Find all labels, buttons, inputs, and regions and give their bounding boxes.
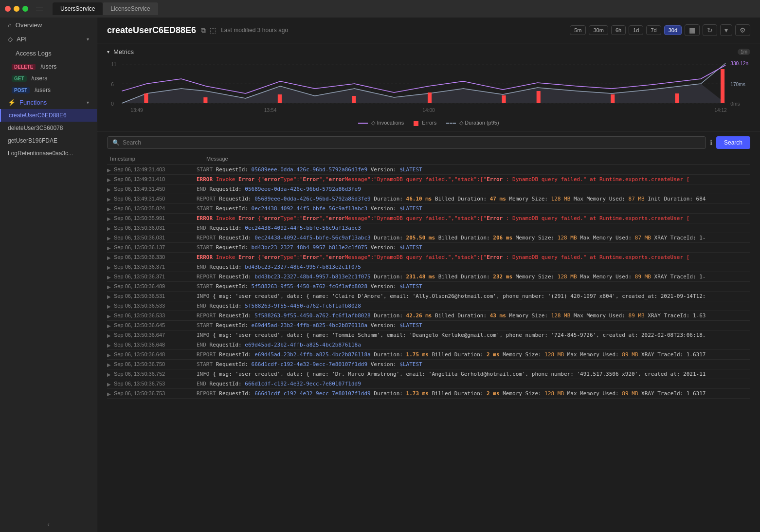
row-expand-icon[interactable]: ▶ [107, 371, 114, 377]
sidebar-fn-deleteUser3C560078[interactable]: deleteUser3C560078 [0, 122, 97, 134]
row-expand-icon[interactable]: ▶ [107, 283, 114, 290]
copy-icon[interactable]: ⧉ [201, 26, 206, 35]
info-icon[interactable]: ℹ [710, 139, 712, 147]
row-expand-icon[interactable]: ▶ [107, 225, 114, 231]
settings-icon[interactable]: ⚙ [735, 24, 750, 36]
time-30d[interactable]: 30d [664, 25, 682, 35]
log-message: START RequestId: bd43bc23-2327-48b4-9957… [197, 244, 750, 251]
calendar-icon[interactable]: ▦ [685, 24, 700, 36]
row-expand-icon[interactable]: ▶ [107, 361, 114, 367]
time-1d[interactable]: 1d [629, 25, 643, 35]
row-expand-icon[interactable]: ▶ [107, 303, 114, 309]
sidebar-fn-LogRetention[interactable]: LogRetentionaae0aa3c... [0, 147, 97, 160]
sidebar-api-delete-users[interactable]: DELETE /users [8, 61, 97, 73]
row-expand-icon[interactable]: ▶ [107, 205, 114, 212]
sidebar-fn-createUserC6ED88E6[interactable]: createUserC6ED88E6 [0, 109, 97, 122]
sidebar-api-post-users[interactable]: POST /users [8, 84, 97, 96]
log-row-16[interactable]: ▶ Sep 06, 13:50:36.645 START RequestId: … [107, 321, 750, 330]
log-row-20[interactable]: ▶ Sep 06, 13:50:36.750 START RequestId: … [107, 360, 750, 369]
row-expand-icon[interactable]: ▶ [107, 322, 114, 329]
legend-invocations-line [358, 123, 368, 124]
close-button[interactable] [5, 6, 11, 12]
row-expand-icon[interactable]: ▶ [107, 166, 114, 173]
external-link-icon[interactable]: ⬚ [210, 26, 216, 35]
sidebar-section-functions[interactable]: ⚡ Functions ▾ [0, 96, 97, 109]
row-expand-icon[interactable]: ▶ [107, 176, 114, 183]
log-row-15[interactable]: ▶ Sep 06, 13:50:36.533 REPORT RequestId:… [107, 311, 750, 321]
log-row-17[interactable]: ▶ Sep 06, 13:50:36.647 INFO { msg: 'user… [107, 330, 750, 340]
time-7d[interactable]: 7d [646, 25, 661, 35]
time-5m[interactable]: 5m [570, 25, 586, 35]
log-row-1[interactable]: ▶ Sep 06, 13:49:31.410 ERROR Invoke Erro… [107, 175, 750, 184]
log-row-7[interactable]: ▶ Sep 06, 13:50:36.031 REPORT RequestId:… [107, 233, 750, 243]
sidebar-api-get-users[interactable]: GET /users [8, 73, 97, 84]
svg-rect-8 [428, 92, 432, 103]
tab-license-service[interactable]: LicenseService [103, 2, 158, 15]
row-expand-icon[interactable]: ▶ [107, 244, 114, 251]
row-expand-icon[interactable]: ▶ [107, 186, 114, 192]
svg-rect-4 [144, 93, 148, 103]
metrics-chevron-icon[interactable]: ▾ [107, 49, 109, 55]
log-row-6[interactable]: ▶ Sep 06, 13:50:36.031 END RequestId: 0e… [107, 223, 750, 233]
log-row-22[interactable]: ▶ Sep 06, 13:50:36.753 END RequestId: 66… [107, 379, 750, 389]
row-expand-icon[interactable]: ▶ [107, 254, 114, 260]
log-row-13[interactable]: ▶ Sep 06, 13:50:36.531 INFO { msg: 'user… [107, 292, 750, 301]
sidebar-item-access-logs[interactable]: Access Logs [8, 46, 97, 61]
legend-errors-bar [414, 121, 418, 126]
log-row-12[interactable]: ▶ Sep 06, 13:50:36.489 START RequestId: … [107, 282, 750, 292]
log-message: REPORT RequestId: 5f588263-9f55-4450-a76… [197, 312, 750, 319]
api-chevron-icon: ▾ [87, 37, 89, 42]
legend-duration-line [446, 123, 456, 124]
sidebar-fn-getUserB196FDAE[interactable]: getUserB196FDAE [0, 134, 97, 147]
time-controls: 5m 30m 6h 1d 7d 30d ▦ ↻ ▾ ⚙ [570, 24, 750, 36]
row-expand-icon[interactable]: ▶ [107, 274, 114, 280]
log-timestamp: Sep 06, 13:49:31.450 [114, 186, 197, 192]
maximize-button[interactable] [22, 6, 28, 12]
row-expand-icon[interactable]: ▶ [107, 235, 114, 241]
search-input[interactable] [123, 139, 701, 146]
log-row-9[interactable]: ▶ Sep 06, 13:50:36.330 ERROR Invoke Erro… [107, 253, 750, 262]
tab-users-service[interactable]: UsersService [53, 2, 103, 15]
log-message: ERROR Invoke Error {"errorType":"Error",… [197, 176, 750, 183]
search-input-wrapper[interactable]: 🔍 [107, 136, 706, 149]
log-row-0[interactable]: ▶ Sep 06, 13:49:31.403 START RequestId: … [107, 165, 750, 175]
svg-rect-9 [502, 95, 506, 103]
log-row-19[interactable]: ▶ Sep 06, 13:50:36.648 REPORT RequestId:… [107, 350, 750, 360]
row-expand-icon[interactable]: ▶ [107, 196, 114, 202]
log-row-11[interactable]: ▶ Sep 06, 13:50:36.371 REPORT RequestId:… [107, 272, 750, 282]
row-expand-icon[interactable]: ▶ [107, 390, 114, 397]
refresh-icon[interactable]: ↻ [703, 24, 717, 36]
post-badge: POST [12, 87, 30, 93]
window-menu-icon[interactable] [36, 5, 44, 13]
log-message: REPORT RequestId: 0ec24438-4092-44f5-bbf… [197, 235, 750, 241]
row-expand-icon[interactable]: ▶ [107, 342, 114, 348]
log-row-14[interactable]: ▶ Sep 06, 13:50:36.533 END RequestId: 5f… [107, 301, 750, 311]
log-row-18[interactable]: ▶ Sep 06, 13:50:36.648 END RequestId: e6… [107, 340, 750, 350]
sidebar-item-overview[interactable]: ⌂ Overview [0, 18, 97, 33]
row-expand-icon[interactable]: ▶ [107, 332, 114, 338]
sidebar-collapse-button[interactable]: ‹ [0, 516, 97, 532]
time-30m[interactable]: 30m [589, 25, 608, 35]
time-6h[interactable]: 6h [611, 25, 626, 35]
log-message: INFO { msg: 'user created', data: { name… [197, 371, 750, 377]
log-row-8[interactable]: ▶ Sep 06, 13:50:36.137 START RequestId: … [107, 243, 750, 253]
row-expand-icon[interactable]: ▶ [107, 312, 114, 319]
row-expand-icon[interactable]: ▶ [107, 215, 114, 221]
log-row-10[interactable]: ▶ Sep 06, 13:50:36.371 END RequestId: bd… [107, 262, 750, 272]
row-expand-icon[interactable]: ▶ [107, 351, 114, 358]
row-expand-icon[interactable]: ▶ [107, 293, 114, 299]
col-timestamp: Timestamp [107, 155, 204, 163]
log-row-21[interactable]: ▶ Sep 06, 13:50:36.752 INFO { msg: 'user… [107, 369, 750, 379]
minimize-button[interactable] [14, 6, 19, 12]
row-expand-icon[interactable]: ▶ [107, 381, 114, 387]
log-row-23[interactable]: ▶ Sep 06, 13:50:36.753 REPORT RequestId:… [107, 389, 750, 399]
log-row-3[interactable]: ▶ Sep 06, 13:49:31.450 REPORT RequestId:… [107, 194, 750, 204]
log-row-2[interactable]: ▶ Sep 06, 13:49:31.450 END RequestId: 05… [107, 184, 750, 194]
log-row-5[interactable]: ▶ Sep 06, 13:50:35.991 ERROR Invoke Erro… [107, 214, 750, 223]
dropdown-icon[interactable]: ▾ [720, 24, 732, 36]
search-button[interactable]: Search [716, 136, 750, 149]
row-expand-icon[interactable]: ▶ [107, 264, 114, 270]
log-row-4[interactable]: ▶ Sep 06, 13:50:35.824 START RequestId: … [107, 204, 750, 214]
sidebar-section-api[interactable]: ◇ API ▾ [0, 33, 97, 46]
log-message: END RequestId: bd43bc23-2327-48b4-9957-b… [197, 264, 750, 270]
